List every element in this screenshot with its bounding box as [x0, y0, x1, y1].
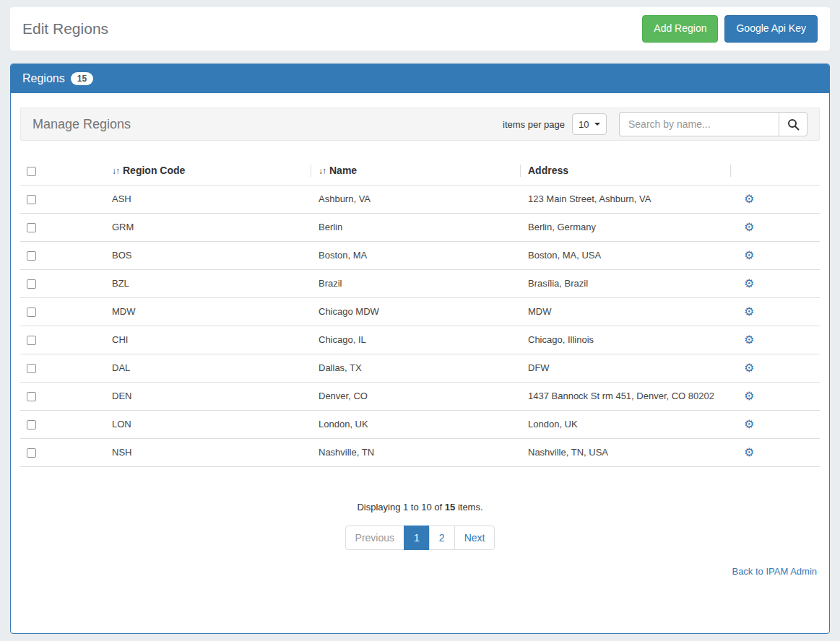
row-checkbox[interactable] — [27, 364, 36, 373]
region-name-cell: Brazil — [311, 269, 521, 297]
gear-icon[interactable]: ⚙ — [744, 333, 754, 346]
panel-title: Regions — [22, 72, 65, 85]
table-row: BOS Boston, MA Boston, MA, USA ⚙ — [20, 241, 820, 269]
page-size-value: 10 — [579, 119, 589, 130]
region-code-cell: BZL — [105, 269, 311, 297]
region-name-cell: London, UK — [311, 410, 521, 438]
row-select-cell — [20, 410, 105, 438]
gear-icon[interactable]: ⚙ — [744, 221, 754, 233]
toolbar-controls: items per page 10 — [503, 112, 807, 136]
region-name-cell: Nashville, TN — [311, 438, 521, 466]
search-icon — [787, 118, 800, 131]
region-address-cell: London, UK — [521, 410, 731, 438]
gear-icon[interactable]: ⚙ — [744, 249, 754, 261]
row-checkbox[interactable] — [27, 392, 36, 401]
row-checkbox[interactable] — [27, 448, 36, 458]
region-name-cell: Ashburn, VA — [311, 185, 521, 213]
region-code-cell: DAL — [105, 354, 311, 382]
page-header-card: Edit Regions Add Region Google Api Key — [10, 7, 830, 51]
table-row: MDW Chicago MDW MDW ⚙ — [20, 297, 820, 326]
pagination-wrap: Previous 1 2 Next — [20, 526, 820, 550]
manage-regions-toolbar: Manage Regions items per page 10 — [20, 108, 820, 141]
gear-icon[interactable]: ⚙ — [744, 446, 754, 458]
region-name-cell: Boston, MA — [311, 241, 521, 269]
row-select-cell — [20, 241, 105, 269]
row-checkbox[interactable] — [27, 420, 36, 429]
regions-table: ↓↑Region Code ↓↑Name Address ASH Ashb — [20, 156, 820, 467]
row-checkbox[interactable] — [27, 223, 36, 232]
regions-panel-heading: Regions 15 — [11, 64, 829, 93]
page-size-dropdown[interactable]: 10 — [572, 113, 607, 135]
regions-panel-body: Manage Regions items per page 10 — [11, 93, 829, 592]
column-header-actions — [731, 156, 820, 185]
row-actions-cell: ⚙ — [731, 326, 820, 354]
search-group — [619, 112, 807, 136]
page: Edit Regions Add Region Google Api Key R… — [0, 0, 840, 634]
table-row: ASH Ashburn, VA 123 Main Street, Ashburn… — [20, 185, 820, 213]
row-checkbox[interactable] — [27, 251, 36, 261]
displaying-text: Displaying 1 to 10 of 15 items. — [20, 502, 820, 513]
column-header-name[interactable]: ↓↑Name — [311, 156, 521, 185]
region-address-cell: Nashville, TN, USA — [521, 438, 731, 466]
region-code-cell: ASH — [105, 185, 311, 213]
row-select-cell — [20, 382, 105, 410]
sort-icon[interactable]: ↓↑ — [319, 166, 326, 176]
add-region-button[interactable]: Add Region — [642, 15, 718, 43]
table-header-row: ↓↑Region Code ↓↑Name Address — [20, 156, 820, 185]
region-code-cell: DEN — [105, 382, 311, 410]
pagination: Previous 1 2 Next — [345, 526, 495, 550]
pagination-page-1[interactable]: 1 — [404, 526, 430, 550]
caret-down-icon — [594, 123, 600, 126]
table-row: BZL Brazil Brasília, Brazil ⚙ — [20, 269, 820, 297]
table-row: CHI Chicago, IL Chicago, Illinois ⚙ — [20, 326, 820, 354]
region-code-cell: BOS — [105, 241, 311, 269]
toolbar-title: Manage Regions — [33, 117, 131, 132]
region-address-cell: 1437 Bannock St rm 451, Denver, CO 80202 — [521, 382, 731, 410]
page-title: Edit Regions — [22, 20, 108, 38]
search-input[interactable] — [619, 112, 779, 136]
gear-icon[interactable]: ⚙ — [744, 193, 754, 205]
row-checkbox[interactable] — [27, 279, 36, 289]
pagination-next[interactable]: Next — [454, 526, 495, 550]
regions-count-badge: 15 — [71, 72, 93, 85]
column-header-address: Address — [521, 156, 731, 185]
region-code-cell: NSH — [105, 438, 311, 466]
total-items-count: 15 — [445, 502, 455, 513]
google-api-key-button[interactable]: Google Api Key — [724, 15, 818, 43]
row-actions-cell: ⚙ — [731, 297, 820, 326]
sort-icon[interactable]: ↓↑ — [112, 166, 119, 176]
gear-icon[interactable]: ⚙ — [744, 390, 754, 402]
gear-icon[interactable]: ⚙ — [744, 305, 754, 318]
table-row: DAL Dallas, TX DFW ⚙ — [20, 354, 820, 382]
pagination-page-2[interactable]: 2 — [429, 526, 455, 550]
select-all-checkbox[interactable] — [27, 167, 36, 176]
region-address-cell: MDW — [521, 297, 731, 326]
row-checkbox[interactable] — [27, 195, 36, 204]
row-actions-cell: ⚙ — [731, 213, 820, 241]
row-actions-cell: ⚙ — [731, 382, 820, 410]
region-code-cell: GRM — [105, 213, 311, 241]
back-to-ipam-admin-link[interactable]: Back to IPAM Admin — [732, 566, 817, 577]
regions-panel: Regions 15 Manage Regions items per page… — [10, 64, 830, 634]
region-address-cell: DFW — [521, 354, 731, 382]
region-name-cell: Chicago MDW — [311, 297, 521, 326]
table-row: NSH Nashville, TN Nashville, TN, USA ⚙ — [20, 438, 820, 466]
gear-icon[interactable]: ⚙ — [744, 362, 754, 374]
row-select-cell — [20, 269, 105, 297]
gear-icon[interactable]: ⚙ — [744, 418, 754, 430]
region-code-cell: LON — [105, 410, 311, 438]
search-button[interactable] — [779, 112, 807, 136]
column-header-region-code[interactable]: ↓↑Region Code — [105, 156, 311, 185]
region-address-cell: Brasília, Brazil — [521, 269, 731, 297]
region-name-cell: Dallas, TX — [311, 354, 521, 382]
row-select-cell — [20, 297, 105, 326]
region-name-cell: Denver, CO — [311, 382, 521, 410]
region-name-cell: Berlin — [311, 213, 521, 241]
pagination-previous[interactable]: Previous — [345, 526, 404, 550]
region-address-cell: Chicago, Illinois — [521, 326, 731, 354]
row-checkbox[interactable] — [27, 336, 36, 345]
gear-icon[interactable]: ⚙ — [744, 277, 754, 289]
region-name-cell: Chicago, IL — [311, 326, 521, 354]
row-select-cell — [20, 185, 105, 213]
row-checkbox[interactable] — [27, 308, 36, 317]
